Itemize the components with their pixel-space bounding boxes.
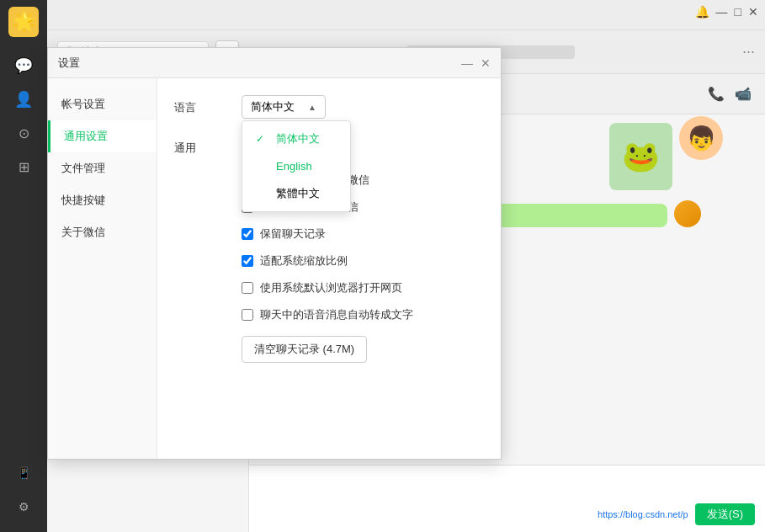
settings-menu-shortcuts[interactable]: 快捷按键 (48, 184, 157, 216)
checkbox-open-browser-input[interactable] (242, 282, 253, 294)
checkbox-voice-to-text-input[interactable] (242, 309, 253, 321)
dialog-titlebar: 设置 — ✕ (48, 48, 501, 78)
settings-overlay: 设置 — ✕ 帐号设置 通用设置 文件管理 快捷按键 关于微信 (0, 0, 765, 532)
chevron-up-icon: ▲ (308, 103, 316, 112)
settings-menu-account[interactable]: 帐号设置 (48, 88, 157, 120)
clear-button-container: 清空聊天记录 (4.7M) (242, 336, 484, 363)
lang-option-zh-tw[interactable]: ✓ 繁體中文 (242, 179, 350, 208)
settings-menu-general[interactable]: 通用设置 (48, 120, 157, 152)
dialog-title: 设置 (58, 56, 80, 71)
dialog-minimize-button[interactable]: — (459, 55, 475, 72)
lang-option-label: English (276, 160, 312, 173)
checkbox-open-browser: 使用系统默认浏览器打开网页 (242, 280, 484, 295)
language-dropdown: ✓ 简体中文 ✓ English ✓ 繁體中文 (242, 120, 351, 212)
check-icon: ✓ (256, 133, 269, 145)
checkbox-keep-history-input[interactable] (242, 228, 253, 240)
settings-dialog: 设置 — ✕ 帐号设置 通用设置 文件管理 快捷按键 关于微信 (47, 47, 502, 460)
language-row: 语言 简体中文 ▲ ✓ (174, 95, 484, 119)
app-container: 🌟 💬 👤 ⊙ ⊞ 📱 ⚙ 🔔 — (0, 0, 765, 532)
language-current-value: 简体中文 (251, 99, 295, 114)
checkbox-voice-to-text-label: 聊天中的语音消息自动转成文字 (260, 307, 413, 322)
language-select-wrapper: 简体中文 ▲ ✓ 简体中文 (242, 95, 326, 119)
lang-option-label: 简体中文 (276, 131, 320, 146)
lang-option-label: 繁體中文 (276, 186, 320, 201)
checkbox-scale: 适配系统缩放比例 (242, 253, 484, 269)
checkbox-keep-history: 保留聊天记录 (242, 226, 484, 242)
checkbox-open-browser-label: 使用系统默认浏览器打开网页 (260, 280, 402, 295)
dialog-body: 帐号设置 通用设置 文件管理 快捷按键 关于微信 语言 (48, 78, 501, 459)
general-label: 通用 (174, 136, 225, 156)
language-select-button[interactable]: 简体中文 ▲ (242, 95, 326, 119)
lang-option-en[interactable]: ✓ English (242, 153, 350, 179)
settings-menu-files[interactable]: 文件管理 (48, 152, 157, 184)
language-label: 语言 (174, 95, 225, 115)
settings-menu-about[interactable]: 关于微信 (48, 216, 157, 248)
language-control: 简体中文 ▲ ✓ 简体中文 (242, 95, 484, 119)
checkbox-scale-input[interactable] (242, 255, 253, 267)
settings-content: 语言 简体中文 ▲ ✓ (157, 78, 501, 459)
settings-sidebar: 帐号设置 通用设置 文件管理 快捷按键 关于微信 (48, 78, 157, 459)
dialog-close-button[interactable]: ✕ (477, 55, 494, 72)
lang-option-zh-cn[interactable]: ✓ 简体中文 (242, 125, 350, 153)
checkbox-voice-to-text: 聊天中的语音消息自动转成文字 (242, 307, 484, 322)
checkbox-scale-label: 适配系统缩放比例 (260, 253, 348, 269)
clear-history-button[interactable]: 清空聊天记录 (4.7M) (242, 336, 367, 363)
checkbox-keep-history-label: 保留聊天记录 (260, 226, 326, 242)
